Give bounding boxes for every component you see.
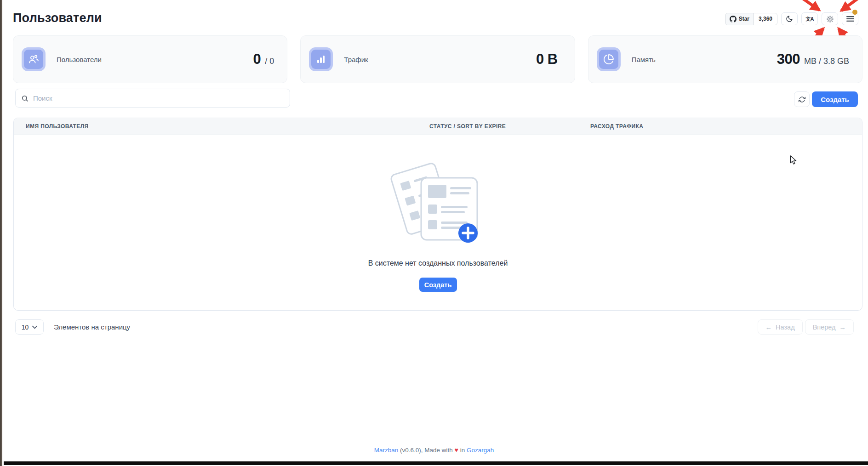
- users-table: ИМЯ ПОЛЬЗОВАТЕЛЯ СТАТУС / SORT BY EXPIRE…: [13, 118, 862, 311]
- arrow-top-right: [841, 0, 860, 11]
- prev-page-label: Назад: [776, 324, 795, 331]
- add-circle-icon: [458, 223, 478, 243]
- arrow-top-left: [801, 0, 819, 10]
- search-icon: [21, 95, 29, 102]
- heart-icon: ♥: [455, 446, 458, 454]
- per-page-value: 10: [22, 324, 29, 331]
- dark-mode-button[interactable]: [781, 12, 798, 25]
- window-left-edge: [0, 0, 2, 466]
- column-header-traffic[interactable]: РАСХОД ТРАФИКА: [590, 123, 862, 130]
- users-icon: [22, 47, 46, 71]
- prev-page-button[interactable]: ← Назад: [758, 319, 803, 335]
- stat-label: Память: [632, 56, 656, 63]
- github-star-widget[interactable]: Star 3,360: [725, 13, 777, 25]
- moon-icon: [786, 15, 793, 23]
- stat-label: Трафик: [344, 56, 368, 63]
- search-box[interactable]: [15, 89, 290, 108]
- github-star-count[interactable]: 3,360: [754, 13, 777, 25]
- github-star-button[interactable]: Star: [725, 13, 754, 25]
- search-input[interactable]: [33, 94, 284, 102]
- pagination-bar: 10 Элементов на страницу ← Назад Вперед …: [15, 319, 854, 335]
- refresh-button[interactable]: [794, 91, 810, 107]
- marzban-users-page: Пользователи Star 3,360 文A: [0, 0, 868, 466]
- stat-cards: Пользователи 0 / 0 Трафик 0 B Память 300: [13, 35, 862, 83]
- window-bottom-edge: [4, 461, 868, 465]
- stat-value: 0 B: [536, 51, 558, 68]
- bar-chart-icon: [309, 47, 333, 71]
- per-page-select[interactable]: 10: [15, 319, 44, 335]
- topbar-controls: Star 3,360 文A: [725, 12, 858, 25]
- marzban-link[interactable]: Marzban: [374, 447, 399, 454]
- settings-button[interactable]: [822, 12, 838, 25]
- right-arrow-icon: →: [839, 324, 846, 331]
- stat-card-users: Пользователи 0 / 0: [13, 35, 287, 83]
- gozargah-link[interactable]: Gozargah: [467, 447, 494, 454]
- next-page-button[interactable]: Вперед →: [805, 319, 854, 335]
- stat-card-traffic: Трафик 0 B: [300, 35, 575, 83]
- chevron-down-icon: [32, 325, 37, 329]
- notification-dot: [852, 10, 857, 15]
- pie-chart-icon: [597, 47, 621, 71]
- stat-value: 0: [253, 51, 261, 68]
- left-arrow-icon: ←: [765, 324, 772, 331]
- gear-icon: [826, 15, 834, 23]
- stat-suffix: / 0: [265, 57, 274, 66]
- github-icon: [730, 16, 737, 23]
- next-page-label: Вперед: [813, 324, 836, 331]
- per-page-label: Элементов на страницу: [54, 323, 130, 331]
- translate-icon: 文A: [806, 16, 814, 23]
- column-header-username[interactable]: ИМЯ ПОЛЬЗОВАТЕЛЯ: [14, 123, 429, 130]
- empty-state-message: В системе нет созданных пользователей: [368, 259, 508, 267]
- footer-text: (v0.6.0), Made with: [398, 447, 454, 454]
- empty-documents-illustration: [390, 160, 486, 245]
- empty-state-create-button[interactable]: Создать: [419, 278, 457, 292]
- stat-suffix: MB / 3.8 GB: [804, 57, 849, 66]
- refresh-icon: [799, 96, 805, 103]
- stat-label: Пользователи: [57, 56, 102, 63]
- page-title: Пользователи: [13, 11, 102, 25]
- footer-text-2: in: [458, 447, 467, 454]
- table-empty-state: В системе нет созданных пользователей Со…: [14, 135, 862, 310]
- table-header-row: ИМЯ ПОЛЬЗОВАТЕЛЯ СТАТУС / SORT BY EXPIRE…: [14, 118, 862, 135]
- create-button[interactable]: Создать: [812, 91, 858, 107]
- stat-value: 300: [777, 51, 800, 68]
- hamburger-icon: [846, 16, 854, 22]
- stat-card-memory: Память 300 MB / 3.8 GB: [588, 35, 862, 83]
- column-header-status-sort[interactable]: СТАТУС / SORT BY EXPIRE: [429, 123, 590, 130]
- footer: Marzban (v0.6.0), Made with ♥ in Gozarga…: [0, 446, 868, 454]
- github-star-label: Star: [739, 16, 749, 22]
- language-button[interactable]: 文A: [801, 12, 818, 25]
